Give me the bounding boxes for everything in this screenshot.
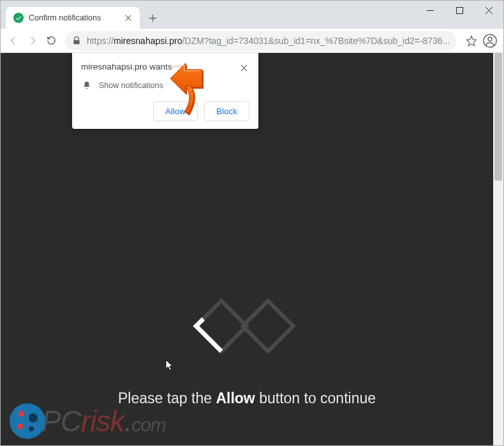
lock-icon bbox=[71, 36, 82, 46]
svg-rect-1 bbox=[73, 40, 79, 43]
viewport: miresnahapsi.pro wants Show notification… bbox=[1, 53, 503, 445]
window-controls bbox=[415, 1, 503, 20]
svg-rect-4 bbox=[196, 301, 246, 351]
block-button[interactable]: Block bbox=[204, 101, 249, 121]
scrollbar-thumb[interactable] bbox=[494, 53, 502, 181]
watermark-logo-icon bbox=[10, 403, 45, 439]
watermark-pc: PC bbox=[41, 405, 81, 438]
window-close-button[interactable] bbox=[474, 1, 503, 20]
bookmark-star-icon[interactable] bbox=[464, 32, 478, 50]
new-tab-button[interactable] bbox=[144, 9, 161, 27]
notification-subtitle: Show notifications bbox=[99, 81, 163, 90]
url-scheme: https:// bbox=[87, 36, 114, 46]
watermark-dot: . bbox=[124, 405, 131, 438]
svg-rect-0 bbox=[456, 7, 463, 13]
tab-title: Confirm notifications bbox=[29, 13, 123, 22]
url-host: miresnahapsi.pro bbox=[114, 36, 182, 46]
profile-avatar-icon[interactable] bbox=[482, 32, 497, 50]
url-text: https://miresnahapsi.pro/DZM?tag_id=7340… bbox=[87, 36, 450, 46]
window-maximize-button[interactable] bbox=[445, 1, 474, 20]
svg-rect-5 bbox=[242, 301, 293, 351]
url-path: /DZM?tag_id=734031&sub_id1=nx_%7Bsite%7D… bbox=[182, 36, 450, 46]
watermark-risk: risk bbox=[81, 405, 124, 438]
forward-button[interactable] bbox=[24, 31, 41, 50]
watermark: PCrisk.com bbox=[10, 403, 166, 439]
annotation-arrow-icon bbox=[159, 62, 210, 122]
svg-point-3 bbox=[488, 37, 492, 41]
browser-toolbar: https://miresnahapsi.pro/DZM?tag_id=7340… bbox=[1, 29, 503, 53]
page-message-after: button to continue bbox=[255, 390, 376, 406]
page-message-bold: Allow bbox=[216, 390, 255, 406]
watermark-text: PCrisk.com bbox=[41, 404, 166, 438]
window-minimize-button[interactable] bbox=[415, 1, 445, 20]
cursor-icon bbox=[165, 359, 175, 375]
tab-close-icon[interactable] bbox=[123, 13, 133, 23]
reload-button[interactable] bbox=[42, 31, 60, 50]
address-bar[interactable]: https://miresnahapsi.pro/DZM?tag_id=7340… bbox=[65, 31, 456, 50]
page-content: miresnahapsi.pro wants Show notification… bbox=[1, 53, 493, 445]
browser-window: Confirm notifications https://miresnahap… bbox=[0, 0, 504, 446]
vertical-scrollbar[interactable] bbox=[493, 53, 503, 445]
tab-favicon-icon bbox=[13, 13, 24, 23]
browser-tab[interactable]: Confirm notifications bbox=[6, 7, 140, 29]
loading-spinner-icon bbox=[193, 297, 301, 357]
back-button[interactable] bbox=[4, 31, 22, 50]
notification-close-icon[interactable] bbox=[238, 62, 249, 73]
watermark-com: com bbox=[131, 414, 166, 435]
bell-icon bbox=[81, 80, 93, 91]
tab-strip: Confirm notifications bbox=[1, 1, 503, 29]
